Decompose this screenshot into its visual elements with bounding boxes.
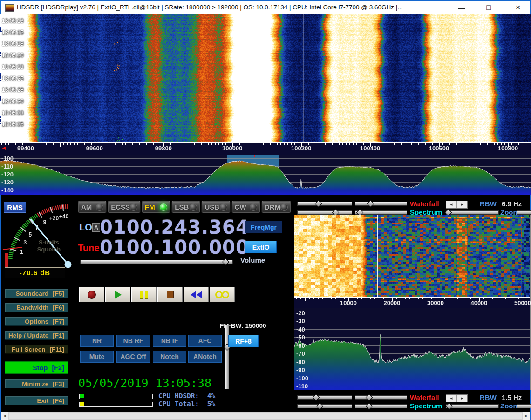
button-fkey: [F5] bbox=[53, 290, 64, 297]
datetime-display: 05/05/2019 13:05:38 bbox=[78, 376, 211, 390]
stop-icon bbox=[167, 291, 174, 298]
dsp-notch-button[interactable]: Notch bbox=[153, 351, 186, 363]
mode-button-row: AMECSSFMLSBUSBCWDRM bbox=[78, 201, 291, 213]
mode-label: LSB bbox=[175, 203, 189, 211]
db-tick-label: -110 bbox=[1, 163, 13, 169]
loop-button[interactable] bbox=[210, 287, 235, 302]
tune-frequency-display[interactable]: 0100.100.000 bbox=[100, 238, 249, 257]
dsp-mute-button[interactable]: Mute bbox=[80, 351, 114, 363]
bandwidth-button[interactable]: Bandwidth[F6] bbox=[5, 303, 68, 312]
mode-led-icon bbox=[220, 203, 227, 211]
slider-track[interactable] bbox=[297, 210, 352, 215]
stop-button[interactable] bbox=[157, 287, 183, 302]
lo-lock-badge[interactable]: A bbox=[92, 223, 100, 232]
smeter-units-label: S-units Squelch bbox=[28, 239, 70, 253]
pause-button[interactable] bbox=[131, 287, 157, 302]
dsp-agc-off-button[interactable]: AGC Off bbox=[116, 351, 150, 363]
transport-button-row bbox=[79, 287, 235, 302]
record-button[interactable] bbox=[79, 287, 104, 302]
dsp-anotch-button[interactable]: ANotch bbox=[188, 351, 222, 363]
minimize-button[interactable]: — bbox=[451, 1, 472, 14]
horizontal-scrollbar[interactable]: ◄ ► bbox=[1, 412, 530, 420]
mode-button-usb[interactable]: USB bbox=[201, 201, 230, 213]
scroll-right-arrow-icon[interactable]: ► bbox=[523, 412, 530, 420]
extio-button[interactable]: ExtIO bbox=[245, 241, 277, 253]
exit-button[interactable]: Exit[F4] bbox=[5, 396, 68, 405]
af-spectrum-display[interactable] bbox=[294, 308, 530, 390]
slider-track[interactable] bbox=[355, 404, 407, 408]
slider-track[interactable] bbox=[355, 202, 407, 206]
scroll-left-arrow-icon[interactable]: ◄ bbox=[1, 412, 8, 420]
lo-frequency-display[interactable]: 0100.243.364 bbox=[100, 218, 249, 237]
scrollbar-thumb[interactable] bbox=[8, 412, 523, 420]
waterfall-timestamp: 13:05:23 bbox=[2, 64, 24, 70]
waterfall-speed-control: ◄ ► bbox=[446, 201, 468, 209]
slider-track[interactable] bbox=[446, 210, 499, 215]
stop-button[interactable]: Stop[F2] bbox=[5, 361, 68, 374]
af-zoom-label: Zoom bbox=[500, 402, 519, 410]
mode-led-icon bbox=[190, 203, 197, 211]
rf-gain-button[interactable]: RF+8 bbox=[228, 335, 259, 347]
titlebar: HDSDR [HDSDRplay] v2.76 | ExtIO_RTL.dll@… bbox=[1, 1, 530, 14]
close-button[interactable]: ✕ bbox=[506, 1, 530, 14]
minimize-button[interactable]: Minimize[F3] bbox=[5, 379, 68, 388]
hdsdr-window: HDSDR [HDSDRplay] v2.76 | ExtIO_RTL.dll@… bbox=[0, 0, 531, 420]
af-freq-tick-label: 40000 bbox=[470, 299, 487, 306]
soundcard-button[interactable]: Soundcard[F5] bbox=[5, 289, 68, 298]
slider-track[interactable] bbox=[80, 260, 233, 264]
mode-button-am[interactable]: AM bbox=[78, 201, 107, 213]
help-update-button[interactable]: Help / Update[F1] bbox=[5, 331, 68, 340]
freq-tick-label: 99600 bbox=[86, 145, 103, 152]
rewind-button[interactable] bbox=[184, 287, 209, 302]
af-waterfall-display[interactable] bbox=[294, 215, 530, 297]
speed-left-arrow-button[interactable]: ◄ bbox=[446, 201, 457, 208]
rbw-label: RBW bbox=[480, 200, 497, 208]
loop-icon bbox=[215, 291, 229, 298]
mode-button-ecss[interactable]: ECSS bbox=[108, 201, 141, 213]
volume-label: Volume bbox=[240, 256, 265, 264]
dsp-nb-if-button[interactable]: NB IF bbox=[153, 335, 186, 347]
rf-spectrum-display[interactable] bbox=[0, 155, 531, 195]
slider-track[interactable] bbox=[446, 404, 499, 408]
ruler-left-arrow-icon[interactable]: ◄ bbox=[1, 145, 7, 151]
freq-tick-label: 100200 bbox=[291, 145, 311, 152]
af-db-tick-label: -70 bbox=[296, 350, 305, 357]
speed-right-arrow-button[interactable]: ► bbox=[457, 201, 467, 208]
slider-track[interactable] bbox=[297, 395, 352, 400]
rf-waterfall-display[interactable] bbox=[0, 14, 531, 142]
db-tick-label: -140 bbox=[1, 186, 14, 193]
af-speed-left-arrow-button[interactable]: ◄ bbox=[446, 395, 457, 402]
af-spectrum-label: Spectrum bbox=[410, 402, 442, 410]
cpu-hdsdr-indicator bbox=[80, 394, 84, 398]
mode-button-lsb[interactable]: LSB bbox=[171, 201, 200, 213]
af-zoom-slider-stub[interactable] bbox=[517, 404, 531, 408]
button-fkey: [F7] bbox=[53, 318, 64, 325]
af-frequency-ruler[interactable] bbox=[294, 297, 530, 308]
options-button[interactable]: Options[F7] bbox=[5, 317, 68, 326]
play-button[interactable] bbox=[105, 287, 130, 302]
freq-tick-label: 100000 bbox=[222, 145, 242, 152]
button-fkey: [F4] bbox=[53, 397, 64, 404]
rf-frequency-ruler[interactable] bbox=[0, 142, 531, 155]
dsp-nr-button[interactable]: NR bbox=[80, 335, 114, 347]
mode-button-cw[interactable]: CW bbox=[231, 201, 260, 213]
mode-button-fm[interactable]: FM bbox=[142, 201, 170, 213]
dsp-afc-button[interactable]: AFC bbox=[188, 335, 222, 347]
rewind-icon bbox=[190, 291, 202, 298]
tune-label: Tune bbox=[78, 243, 99, 253]
af-db-tick-label: -90 bbox=[296, 366, 305, 373]
dsp-nb-rf-button[interactable]: NB RF bbox=[116, 335, 150, 347]
slider-track[interactable] bbox=[297, 404, 352, 408]
full-screen-button[interactable]: Full Screen[F11] bbox=[5, 345, 68, 354]
slider-track[interactable] bbox=[355, 395, 407, 400]
af-speed-right-arrow-button[interactable]: ► bbox=[457, 395, 467, 402]
zoom-slider-stub[interactable] bbox=[517, 210, 531, 215]
slider-track[interactable] bbox=[297, 202, 352, 206]
freq-tick-label: 99400 bbox=[17, 145, 34, 152]
rms-badge[interactable]: RMS bbox=[4, 202, 26, 213]
maximize-button[interactable]: □ bbox=[478, 1, 499, 14]
mode-led-icon bbox=[130, 203, 137, 211]
freqmgr-button[interactable]: FreqMgr bbox=[245, 221, 282, 233]
waterfall-timestamp: 13:05:35 bbox=[2, 121, 24, 128]
mode-button-drm[interactable]: DRM bbox=[261, 201, 291, 213]
